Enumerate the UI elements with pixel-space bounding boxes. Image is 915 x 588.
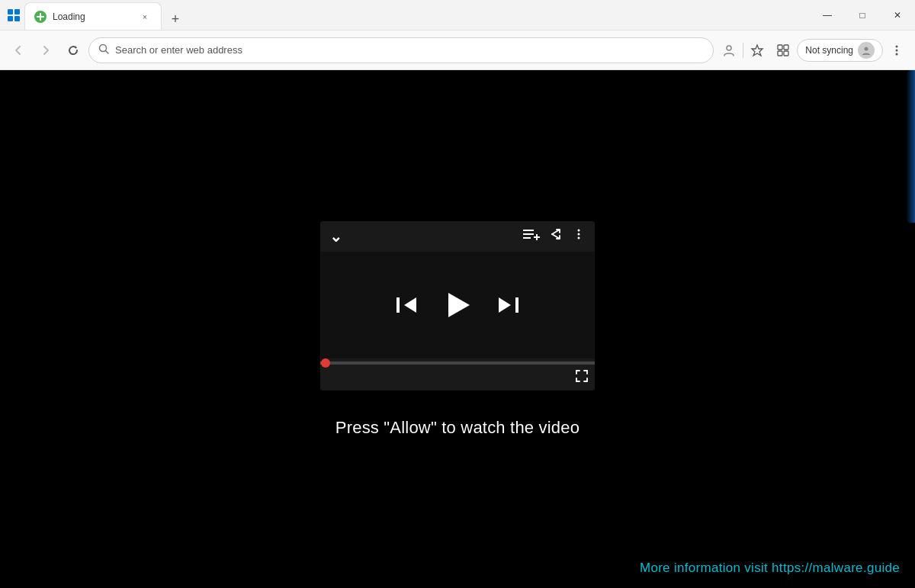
svg-rect-9 [778, 51, 782, 56]
svg-rect-7 [778, 45, 782, 50]
svg-point-20 [578, 230, 580, 232]
svg-rect-16 [523, 233, 534, 235]
maximize-button[interactable]: □ [845, 0, 880, 31]
svg-marker-26 [499, 297, 511, 313]
nav-right-buttons: Not syncing [717, 38, 909, 63]
window-icon [6, 8, 21, 23]
svg-point-13 [896, 49, 898, 51]
page-content: ⌄ [0, 70, 915, 588]
more-options-icon[interactable] [572, 227, 586, 245]
close-button[interactable]: ✕ [880, 0, 915, 31]
sync-avatar [858, 42, 875, 59]
edge-sidebar-decoration [906, 70, 915, 223]
user-icon-button[interactable] [717, 38, 741, 63]
video-bottom-bar [320, 358, 595, 390]
press-allow-text: Press "Allow" to watch the video [336, 418, 580, 438]
svg-marker-25 [448, 293, 470, 317]
svg-marker-23 [404, 297, 416, 313]
svg-point-21 [578, 233, 580, 236]
svg-rect-0 [8, 9, 13, 14]
forward-button[interactable] [34, 38, 58, 63]
new-tab-button[interactable]: + [165, 8, 186, 30]
collections-button[interactable] [771, 38, 795, 63]
svg-rect-27 [515, 297, 518, 313]
fullscreen-row [320, 365, 595, 390]
tab-close-button[interactable]: × [138, 10, 152, 24]
nav-bar: Search or enter web address Not syncing [0, 31, 915, 70]
fullscreen-icon[interactable] [575, 369, 589, 386]
prev-track-button[interactable] [395, 294, 418, 316]
video-player: ⌄ [320, 221, 595, 390]
video-top-bar: ⌄ [320, 221, 595, 252]
address-text: Search or enter web address [115, 44, 704, 56]
tab-title: Loading [53, 11, 132, 22]
play-button[interactable] [442, 290, 473, 320]
svg-rect-2 [8, 16, 13, 21]
bottom-watermark: More information visit https://malware.g… [640, 561, 900, 576]
address-bar[interactable]: Search or enter web address [88, 37, 714, 63]
svg-rect-24 [396, 297, 400, 313]
minimize-button[interactable]: — [810, 0, 845, 31]
svg-rect-8 [784, 45, 788, 50]
favorites-button[interactable] [745, 38, 769, 63]
title-bar: Loading × + — □ ✕ [0, 0, 915, 31]
menu-button[interactable] [884, 38, 909, 63]
back-button[interactable] [6, 38, 30, 63]
divider [743, 43, 743, 58]
video-top-left: ⌄ [329, 227, 342, 246]
progress-dot [321, 358, 330, 368]
add-to-queue-icon[interactable] [523, 228, 540, 245]
svg-rect-1 [14, 9, 20, 14]
sync-button[interactable]: Not syncing [797, 39, 883, 62]
tab-favicon [34, 11, 47, 23]
video-top-right [523, 227, 586, 245]
chevron-down-icon[interactable]: ⌄ [329, 227, 342, 246]
next-track-button[interactable] [497, 294, 520, 316]
svg-rect-10 [784, 51, 788, 56]
title-bar-left [0, 8, 24, 23]
svg-point-11 [865, 47, 868, 50]
share-icon[interactable] [549, 227, 563, 245]
svg-point-6 [727, 46, 731, 50]
window-controls: — □ ✕ [810, 0, 915, 30]
svg-point-14 [896, 53, 898, 55]
tab-area: Loading × + [24, 0, 810, 30]
progress-bar[interactable] [320, 361, 595, 365]
svg-rect-3 [14, 16, 20, 21]
svg-rect-15 [523, 230, 534, 231]
active-tab[interactable]: Loading × [24, 2, 162, 30]
video-controls-area [320, 252, 595, 358]
svg-rect-17 [523, 237, 531, 239]
svg-point-12 [896, 45, 898, 47]
svg-point-22 [578, 237, 580, 239]
refresh-button[interactable] [61, 38, 85, 63]
sync-label: Not syncing [805, 45, 853, 56]
svg-line-5 [106, 51, 109, 54]
search-icon [98, 43, 109, 56]
